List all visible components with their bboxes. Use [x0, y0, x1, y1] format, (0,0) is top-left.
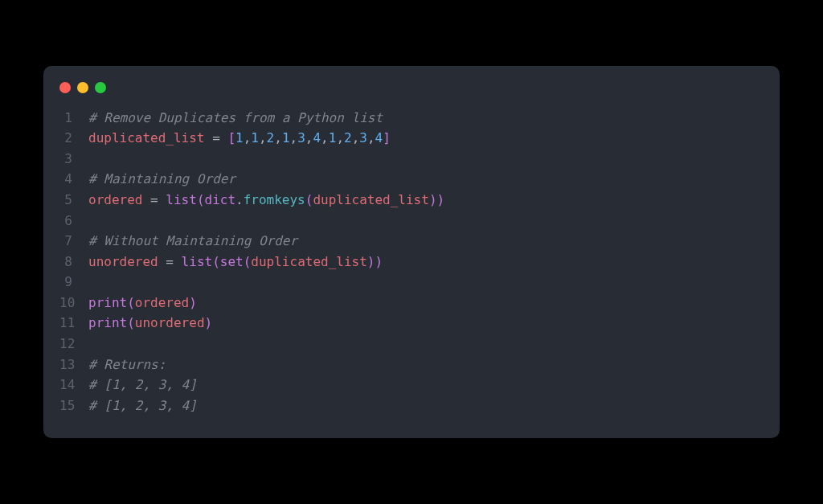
- code-line: 5 ordered = list(dict.fromkeys(duplicate…: [43, 190, 780, 211]
- code-line: 9: [43, 272, 780, 293]
- code-area[interactable]: 1 # Remove Duplicates from a Python list…: [43, 108, 780, 416]
- number-token: 1: [282, 130, 290, 145]
- code-line: 4 # Maintaining Order: [43, 169, 780, 190]
- close-icon[interactable]: [59, 82, 71, 93]
- operator-token: =: [142, 192, 166, 207]
- code-line: 6: [43, 211, 780, 232]
- code-line: 12: [43, 334, 780, 354]
- line-content: # Returns:: [88, 354, 166, 375]
- number-token: 3: [359, 130, 367, 145]
- operator-token: =: [205, 130, 228, 145]
- line-content: # Without Maintaining Order: [88, 231, 297, 252]
- number-token: 4: [375, 130, 383, 145]
- number-token: 2: [344, 130, 352, 145]
- line-number: 12: [59, 334, 88, 354]
- line-number: 11: [59, 313, 88, 334]
- line-number: 13: [59, 354, 88, 375]
- number-token: 1: [251, 130, 259, 145]
- paren-token: ): [205, 315, 213, 330]
- comment-token: # [1, 2, 3, 4]: [88, 398, 197, 413]
- code-line: 7 # Without Maintaining Order: [43, 231, 780, 252]
- builtin-token: print: [88, 315, 127, 330]
- line-content: # [1, 2, 3, 4]: [88, 375, 197, 395]
- code-editor-window: 1 # Remove Duplicates from a Python list…: [43, 66, 780, 439]
- variable-token: unordered: [135, 315, 205, 330]
- comma-token: ,: [244, 130, 252, 145]
- comma-token: ,: [321, 130, 329, 145]
- code-line: 3: [43, 149, 780, 170]
- line-number: 4: [59, 169, 88, 190]
- dot-token: .: [235, 192, 244, 207]
- comment-token: # Without Maintaining Order: [88, 233, 297, 248]
- code-line: 15 # [1, 2, 3, 4]: [43, 395, 780, 416]
- code-line: 11 print(unordered): [43, 313, 780, 334]
- paren-token: ): [429, 192, 437, 207]
- paren-token: ): [437, 192, 445, 207]
- bracket-token: [: [227, 130, 235, 145]
- builtin-token: list: [166, 192, 197, 207]
- bracket-token: ]: [383, 130, 391, 145]
- number-token: 1: [235, 130, 244, 145]
- paren-token: (: [212, 254, 220, 269]
- maximize-icon[interactable]: [95, 82, 106, 93]
- comment-token: # [1, 2, 3, 4]: [88, 377, 197, 392]
- comma-token: ,: [305, 130, 313, 145]
- line-content: duplicated_list = [1,1,2,1,3,4,1,2,3,4]: [88, 128, 391, 149]
- comment-token: # Remove Duplicates from a Python list: [88, 110, 383, 125]
- paren-token: (: [197, 192, 205, 207]
- line-content: # Maintaining Order: [88, 169, 235, 190]
- code-line: 10 print(ordered): [43, 293, 780, 313]
- comma-token: ,: [290, 130, 298, 145]
- paren-token: (: [244, 254, 252, 269]
- variable-token: duplicated_list: [88, 130, 205, 145]
- paren-token: (: [127, 315, 135, 330]
- line-content: print(unordered): [88, 313, 212, 334]
- line-number: 14: [59, 375, 88, 395]
- builtin-token: print: [88, 295, 127, 310]
- number-token: 1: [329, 130, 337, 145]
- code-line: 2 duplicated_list = [1,1,2,1,3,4,1,2,3,4…: [43, 128, 780, 149]
- variable-token: ordered: [88, 192, 142, 207]
- comment-token: # Maintaining Order: [88, 171, 235, 186]
- line-number: 5: [59, 190, 88, 211]
- line-content: # [1, 2, 3, 4]: [88, 395, 197, 416]
- comma-token: ,: [367, 130, 375, 145]
- line-content: ordered = list(dict.fromkeys(duplicated_…: [88, 190, 444, 211]
- code-line: 14 # [1, 2, 3, 4]: [43, 375, 780, 395]
- code-line: 13 # Returns:: [43, 354, 780, 375]
- variable-token: unordered: [88, 254, 158, 269]
- line-number: 8: [59, 252, 88, 272]
- line-number: 10: [59, 293, 88, 313]
- line-number: 7: [59, 231, 88, 252]
- number-token: 4: [313, 130, 321, 145]
- line-content: unordered = list(set(duplicated_list)): [88, 252, 383, 272]
- comma-token: ,: [274, 130, 282, 145]
- number-token: 3: [297, 130, 305, 145]
- minimize-icon[interactable]: [77, 82, 88, 93]
- operator-token: =: [158, 254, 182, 269]
- line-number: 2: [59, 128, 88, 149]
- builtin-token: set: [220, 254, 244, 269]
- code-line: 1 # Remove Duplicates from a Python list: [43, 108, 780, 129]
- line-number: 9: [59, 272, 88, 293]
- comma-token: ,: [352, 130, 360, 145]
- paren-token: (: [127, 295, 135, 310]
- code-line: 8 unordered = list(set(duplicated_list)): [43, 252, 780, 272]
- paren-token: ): [189, 295, 197, 310]
- line-number: 6: [59, 211, 88, 232]
- comma-token: ,: [336, 130, 344, 145]
- window-controls: [43, 82, 780, 108]
- variable-token: duplicated_list: [251, 254, 367, 269]
- builtin-token: dict: [205, 192, 236, 207]
- builtin-token: list: [182, 254, 213, 269]
- variable-token: duplicated_list: [313, 192, 429, 207]
- comma-token: ,: [259, 130, 267, 145]
- line-number: 1: [59, 108, 88, 129]
- method-token: fromkeys: [244, 192, 305, 207]
- comment-token: # Returns:: [88, 357, 166, 372]
- number-token: 2: [267, 130, 275, 145]
- line-content: print(ordered): [88, 293, 197, 313]
- line-number: 3: [59, 149, 88, 170]
- line-content: # Remove Duplicates from a Python list: [88, 108, 383, 129]
- variable-token: ordered: [135, 295, 189, 310]
